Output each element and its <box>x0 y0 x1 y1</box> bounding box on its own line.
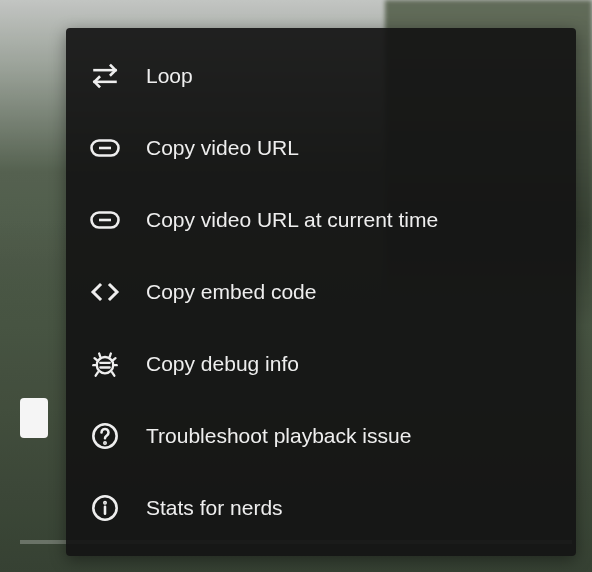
help-circle-icon <box>90 421 120 451</box>
menu-item-label: Copy video URL at current time <box>146 208 438 232</box>
info-circle-icon <box>90 493 120 523</box>
link-icon <box>90 133 120 163</box>
progress-handle-stub <box>20 398 48 438</box>
menu-item-copy-url[interactable]: Copy video URL <box>66 112 576 184</box>
menu-item-label: Loop <box>146 64 193 88</box>
menu-item-stats[interactable]: Stats for nerds <box>66 472 576 544</box>
embed-icon <box>90 277 120 307</box>
menu-item-label: Copy video URL <box>146 136 299 160</box>
menu-item-label: Copy embed code <box>146 280 316 304</box>
menu-item-copy-url-time[interactable]: Copy video URL at current time <box>66 184 576 256</box>
svg-point-10 <box>104 502 105 503</box>
menu-item-label: Troubleshoot playback issue <box>146 424 411 448</box>
svg-point-4 <box>97 357 113 373</box>
menu-item-label: Stats for nerds <box>146 496 283 520</box>
svg-point-8 <box>104 442 105 443</box>
menu-item-loop[interactable]: Loop <box>66 40 576 112</box>
video-context-menu: Loop Copy video URL Copy video URL at cu… <box>66 28 576 556</box>
link-icon <box>90 205 120 235</box>
menu-item-copy-debug[interactable]: Copy debug info <box>66 328 576 400</box>
menu-item-copy-embed[interactable]: Copy embed code <box>66 256 576 328</box>
menu-item-troubleshoot[interactable]: Troubleshoot playback issue <box>66 400 576 472</box>
loop-icon <box>90 61 120 91</box>
menu-item-label: Copy debug info <box>146 352 299 376</box>
bug-icon <box>90 349 120 379</box>
